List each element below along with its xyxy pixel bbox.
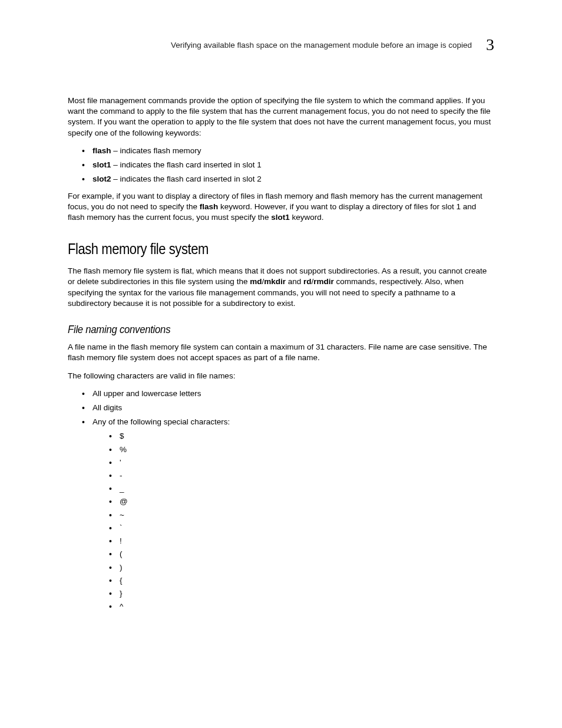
p3-md: md: [250, 277, 262, 286]
valid-chars-list: All upper and lowercase letters All digi…: [68, 388, 494, 612]
special-char: %: [120, 444, 494, 455]
special-char: ): [120, 562, 494, 573]
heading-file-naming: File naming conventions: [68, 323, 443, 336]
keyword-item-slot2: slot2 – indicates the flash card inserte…: [92, 174, 494, 185]
p2-e: keyword.: [290, 213, 324, 222]
special-char: (: [120, 549, 494, 559]
keyword-slot2-desc: – indicates the flash card inserted in s…: [111, 174, 262, 183]
paragraph-intro: Most file management commands provide th…: [68, 95, 494, 139]
special-char: $: [120, 431, 494, 442]
special-char: `: [120, 523, 494, 533]
p3-mkdir: mkdir: [264, 277, 286, 286]
keyword-flash-desc: – indicates flash memory: [111, 146, 201, 155]
p3-d: and: [286, 277, 303, 286]
running-header: Verifying available flash space on the m…: [68, 35, 494, 54]
keyword-item-slot1: slot1 – indicates the flash card inserte…: [92, 160, 494, 170]
special-chars-list: $ % ' - _ @ ~ ` ! ( ) { } ^: [92, 431, 494, 612]
special-char: @: [120, 496, 494, 507]
p2-slot1: slot1: [271, 213, 290, 222]
keyword-flash: flash: [92, 146, 111, 155]
keyword-slot1-desc: – indicates the flash card inserted in s…: [111, 160, 262, 169]
p2-flash: flash: [200, 202, 219, 211]
keyword-slot1: slot1: [92, 160, 111, 169]
special-char: {: [120, 575, 494, 586]
paragraph-flat-fs: The flash memory file system is flat, wh…: [68, 266, 494, 309]
special-char: ^: [120, 601, 494, 612]
page: Verifying available flash space on the m…: [0, 0, 562, 728]
paragraph-example: For example, if you want to display a di…: [68, 191, 494, 223]
special-char: -: [120, 470, 494, 481]
keyword-item-flash: flash – indicates flash memory: [92, 146, 494, 156]
special-char: ~: [120, 510, 494, 521]
valid-special-label: Any of the following special characters:: [92, 417, 230, 426]
special-char: }: [120, 588, 494, 599]
p3-rd: rd: [303, 277, 312, 286]
keyword-list: flash – indicates flash memory slot1 – i…: [68, 146, 494, 185]
chapter-number: 3: [486, 35, 494, 54]
header-title: Verifying available flash space on the m…: [171, 41, 472, 50]
valid-item-digits: All digits: [92, 403, 494, 413]
special-char: ': [120, 457, 494, 468]
heading-flash-memory: Flash memory file system: [68, 241, 443, 258]
paragraph-valid-chars-intro: The following characters are valid in fi…: [68, 371, 494, 381]
p3-rmdir: rmdir: [313, 277, 334, 286]
special-char: _: [120, 483, 494, 494]
valid-item-special: Any of the following special characters:…: [92, 417, 494, 612]
valid-item-letters: All upper and lowercase letters: [92, 388, 494, 399]
keyword-slot2: slot2: [92, 174, 111, 183]
paragraph-filename-rules: A file name in the flash memory file sys…: [68, 342, 494, 363]
special-char: !: [120, 536, 494, 546]
